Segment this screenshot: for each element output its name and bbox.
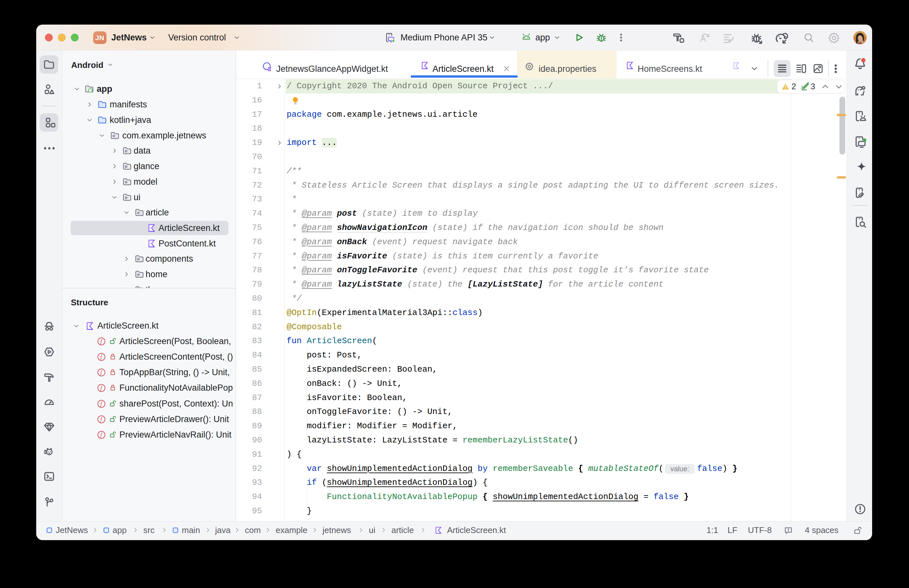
svg-text:f: f bbox=[100, 385, 103, 391]
svg-text:f: f bbox=[100, 369, 103, 376]
svg-text:f: f bbox=[100, 338, 103, 345]
svg-text:f: f bbox=[100, 401, 103, 407]
svg-text:f: f bbox=[100, 432, 103, 438]
svg-text:f: f bbox=[100, 354, 103, 360]
svg-text:f: f bbox=[100, 416, 103, 423]
